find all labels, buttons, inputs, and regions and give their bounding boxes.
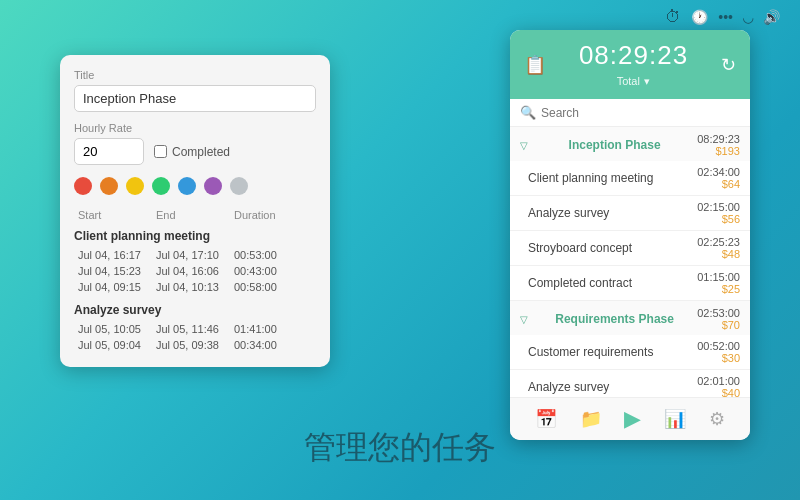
task-amount: $40 <box>697 387 740 397</box>
duration: 01:41:00 <box>234 323 312 335</box>
task-name: Client planning meeting <box>528 171 653 185</box>
start-time: Jul 04, 09:15 <box>78 281 156 293</box>
phase-requirements-amount: $70 <box>697 319 740 331</box>
hourly-rate-input[interactable] <box>74 138 144 165</box>
table-row: Jul 04, 09:15 Jul 04, 10:13 00:58:00 <box>74 279 316 295</box>
color-dot-gray[interactable] <box>230 177 248 195</box>
title-label: Title <box>74 69 316 81</box>
list-item[interactable]: Analyze survey 02:01:00 $40 <box>510 370 750 397</box>
end-time: Jul 04, 16:06 <box>156 265 234 277</box>
task-time-col: 02:25:23 $48 <box>697 236 740 260</box>
bottom-text: 管理您的任务 <box>0 426 800 470</box>
task-time-col: 02:34:00 $64 <box>697 166 740 190</box>
task-name: Analyze survey <box>528 380 609 394</box>
end-time: Jul 05, 09:38 <box>156 339 234 351</box>
task-amount: $64 <box>697 178 740 190</box>
start-time: Jul 04, 16:17 <box>78 249 156 261</box>
table-row: Jul 05, 09:04 Jul 05, 09:38 00:34:00 <box>74 337 316 353</box>
end-time: Jul 05, 11:46 <box>156 323 234 335</box>
completed-checkbox[interactable]: Completed <box>154 145 230 159</box>
phase-collapse-icon: ▽ <box>520 140 528 151</box>
title-input[interactable] <box>74 85 316 112</box>
task-name: Customer requirements <box>528 345 653 359</box>
completed-check[interactable] <box>154 145 167 158</box>
table-row: Jul 05, 10:05 Jul 05, 11:46 01:41:00 <box>74 321 316 337</box>
group-client-planning: Client planning meeting <box>74 229 316 243</box>
task-name: Analyze survey <box>528 206 609 220</box>
phase-inception-name: Inception Phase <box>569 138 661 152</box>
task-time: 02:34:00 <box>697 166 740 178</box>
task-editor-panel: Title Hourly Rate Completed Start End Du… <box>60 55 330 367</box>
search-bar: 🔍 <box>510 99 750 127</box>
task-time: 02:15:00 <box>697 201 740 213</box>
col-end: End <box>156 209 234 221</box>
dropdown-chevron[interactable]: ▾ <box>644 75 650 87</box>
phase-requirements-times: 02:53:00 $70 <box>697 307 740 331</box>
color-dot-yellow[interactable] <box>126 177 144 195</box>
color-dot-orange[interactable] <box>100 177 118 195</box>
list-item[interactable]: Completed contract 01:15:00 $25 <box>510 266 750 301</box>
wifi-icon: ◟◞ <box>743 9 753 25</box>
task-time-col: 02:15:00 $56 <box>697 201 740 225</box>
list-item[interactable]: Stroyboard concept 02:25:23 $48 <box>510 231 750 266</box>
refresh-icon[interactable]: ↻ <box>721 54 736 76</box>
color-dot-green[interactable] <box>152 177 170 195</box>
color-picker <box>74 177 316 195</box>
total-label: Total <box>617 75 640 87</box>
duration: 00:43:00 <box>234 265 312 277</box>
col-duration: Duration <box>234 209 312 221</box>
phase-collapse-icon: ▽ <box>520 314 528 325</box>
end-time: Jul 04, 10:13 <box>156 281 234 293</box>
task-name: Completed contract <box>528 276 632 290</box>
color-dot-purple[interactable] <box>204 177 222 195</box>
duration: 00:34:00 <box>234 339 312 351</box>
search-icon: 🔍 <box>520 105 536 120</box>
group-analyze-survey: Analyze survey <box>74 303 316 317</box>
task-amount: $48 <box>697 248 740 260</box>
list-item[interactable]: Client planning meeting 02:34:00 $64 <box>510 161 750 196</box>
duration: 00:53:00 <box>234 249 312 261</box>
table-row: Jul 04, 15:23 Jul 04, 16:06 00:43:00 <box>74 263 316 279</box>
start-time: Jul 04, 15:23 <box>78 265 156 277</box>
color-dot-red[interactable] <box>74 177 92 195</box>
phase-requirements-time: 02:53:00 <box>697 307 740 319</box>
timer-status-icon: ⏱ <box>665 8 681 26</box>
task-amount: $25 <box>697 283 740 295</box>
clock-icon: 🕐 <box>691 9 708 25</box>
hourly-rate-label: Hourly Rate <box>74 122 316 134</box>
timer-total-row: Total ▾ <box>579 71 688 89</box>
start-time: Jul 05, 10:05 <box>78 323 156 335</box>
phase-inception-times: 08:29:23 $193 <box>697 133 740 157</box>
color-dot-blue[interactable] <box>178 177 196 195</box>
task-name: Stroyboard concept <box>528 241 632 255</box>
timer-center: 08:29:23 Total ▾ <box>579 40 688 89</box>
rate-row: Completed <box>74 138 316 165</box>
end-time: Jul 04, 17:10 <box>156 249 234 261</box>
duration: 00:58:00 <box>234 281 312 293</box>
phase-requirements[interactable]: ▽ Requirements Phase 02:53:00 $70 <box>510 301 750 335</box>
task-time: 02:01:00 <box>697 375 740 387</box>
phase-inception[interactable]: ▽ Inception Phase 08:29:23 $193 <box>510 127 750 161</box>
task-amount: $56 <box>697 213 740 225</box>
list-item[interactable]: Analyze survey 02:15:00 $56 <box>510 196 750 231</box>
dots-icon: ••• <box>718 9 733 25</box>
task-time: 02:25:23 <box>697 236 740 248</box>
phase-inception-time: 08:29:23 <box>697 133 740 145</box>
completed-label: Completed <box>172 145 230 159</box>
list-item[interactable]: Customer requirements 00:52:00 $30 <box>510 335 750 370</box>
table-row: Jul 04, 16:17 Jul 04, 17:10 00:53:00 <box>74 247 316 263</box>
task-list: ▽ Inception Phase 08:29:23 $193 Client p… <box>510 127 750 397</box>
phase-requirements-name: Requirements Phase <box>555 312 674 326</box>
timer-panel: 📋 08:29:23 Total ▾ ↻ 🔍 ▽ Inception Phase… <box>510 30 750 440</box>
task-time: 00:52:00 <box>697 340 740 352</box>
task-amount: $30 <box>697 352 740 364</box>
timer-display: 08:29:23 <box>579 40 688 71</box>
volume-icon: 🔊 <box>763 9 780 25</box>
col-start: Start <box>78 209 156 221</box>
task-time: 01:15:00 <box>697 271 740 283</box>
phase-inception-amount: $193 <box>697 145 740 157</box>
search-input[interactable] <box>541 106 740 120</box>
task-time-col: 00:52:00 $30 <box>697 340 740 364</box>
start-time: Jul 05, 09:04 <box>78 339 156 351</box>
table-header: Start End Duration <box>74 209 316 221</box>
